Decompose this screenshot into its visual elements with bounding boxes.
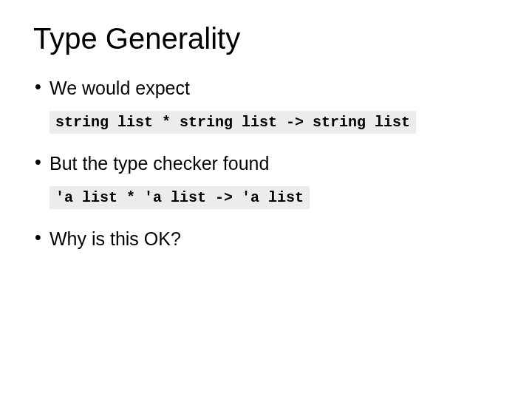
bullet-list: But the type checker found bbox=[33, 153, 499, 174]
bullet-item: Why is this OK? bbox=[33, 228, 499, 250]
slide: Type Generality We would expect string l… bbox=[0, 0, 532, 399]
bullet-list: We would expect bbox=[33, 78, 499, 99]
bullet-list: Why is this OK? bbox=[33, 228, 499, 250]
bullet-item: We would expect bbox=[33, 78, 499, 99]
code-block: 'a list * 'a list -> 'a list bbox=[50, 186, 310, 209]
bullet-item: But the type checker found bbox=[33, 153, 499, 174]
code-block: string list * string list -> string list bbox=[50, 111, 416, 134]
slide-title: Type Generality bbox=[33, 22, 499, 55]
